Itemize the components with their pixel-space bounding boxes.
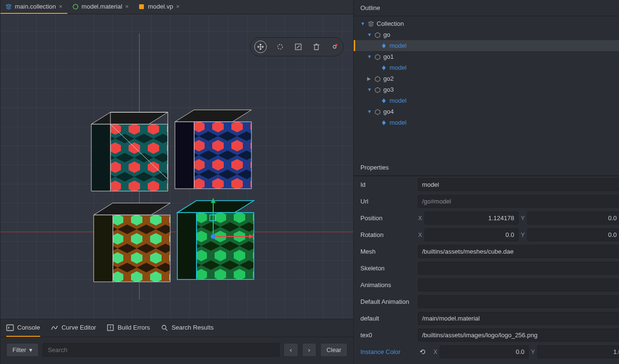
prop-rotation: Rotation X Y Z [354,226,619,243]
svg-point-36 [336,44,337,46]
tree-item-go3[interactable]: ▼ go3 [354,84,619,95]
prop-position: Position X Y Z [354,210,619,226]
tab-main-collection[interactable]: main.collection × [0,0,67,14]
scale-tool[interactable] [293,42,303,52]
prop-label: Mesh [360,248,413,255]
default-field[interactable] [418,312,619,325]
tree-item-go4[interactable]: ▼ go4 [354,106,619,117]
outline-header: Outline [354,0,619,16]
tab-label: Build Errors [118,324,150,331]
build-errors-tab[interactable]: Build Errors [107,320,150,337]
rotate-tool[interactable] [275,42,285,52]
close-icon[interactable]: × [59,3,63,10]
viewport-toolbar [250,37,344,56]
expand-icon[interactable]: ▼ [367,109,372,114]
position-y-field[interactable] [527,212,619,225]
y-label: Y [521,215,525,222]
tree-item-go-model[interactable]: model [354,40,619,51]
curve-editor-tab[interactable]: Curve Editor [51,320,96,337]
tab-label: main.collection [15,3,56,10]
reset-button[interactable] [418,347,428,357]
search-results-tab[interactable]: Search Results [161,320,214,337]
instance-color-x-field[interactable] [440,345,529,358]
delete-tool[interactable] [312,42,321,52]
prop-animations: Animations ⇥ ⋯ [354,277,619,293]
svg-rect-15 [110,124,168,191]
tab-model-vp[interactable]: model.vp × [133,0,184,14]
prop-label: Url [360,198,413,205]
search-input[interactable] [43,343,280,357]
id-field[interactable] [418,178,619,191]
gameobject-icon [374,54,381,60]
outline-tree: ▼ Collection ▼ go model ▼ go1 model [354,16,619,130]
filter-button[interactable]: Filter ▾ [6,343,39,357]
mesh-field[interactable] [418,245,619,258]
tex0-field[interactable] [418,329,619,342]
expand-icon[interactable]: ▼ [367,54,372,59]
material-icon [72,3,79,10]
y-label: Y [531,349,535,355]
tree-label: go2 [383,75,394,82]
cube-bottom-left[interactable] [94,203,170,282]
outline-panel: ▼ Collection ▼ go model ▼ go1 model [354,16,619,160]
svg-marker-20 [175,122,194,189]
rotation-x-field[interactable] [424,228,519,241]
prop-instance-color: Instance Color X Y Z [354,343,619,360]
expand-icon[interactable]: ▼ [367,87,372,92]
bottom-panel: Console Curve Editor Build Errors Search… [0,319,353,364]
prop-tex0: tex0 ⇥ ⋯ [354,327,619,343]
tab-model-material[interactable]: model.material × [67,0,134,14]
prop-label: Skeleton [360,265,413,272]
right-column: Outline ▼ Collection ▼ go model ▼ go1 [353,0,619,364]
svg-point-40 [110,329,111,330]
tab-label: model.material [82,3,122,10]
prev-button[interactable]: ‹ [283,343,298,357]
y-label: Y [521,232,525,238]
collection-icon [368,21,374,27]
prop-label: Instance Color [360,348,413,355]
prop-label: Position [360,214,413,222]
svg-rect-1 [139,4,144,9]
svg-marker-16 [91,124,110,191]
settings-tool[interactable] [330,42,339,52]
tree-item-go4-model[interactable]: model [354,117,619,128]
expand-icon[interactable]: ▶ [367,76,372,81]
gameobject-icon [374,86,381,93]
tree-item-go[interactable]: ▼ go [354,29,619,40]
svg-marker-24 [177,201,254,213]
console-tab[interactable]: Console [6,320,40,337]
tree-item-go1-model[interactable]: model [354,62,619,73]
tree-item-collection[interactable]: ▼ Collection [354,18,619,29]
tree-item-go2[interactable]: ▶ go2 [354,73,619,84]
viewport[interactable] [0,14,353,319]
tree-item-go1[interactable]: ▼ go1 [354,51,619,62]
tree-label: model [390,97,406,104]
skeleton-field[interactable] [418,262,619,275]
expand-icon[interactable]: ▼ [367,32,372,37]
close-icon[interactable]: × [176,3,180,10]
svg-rect-25 [196,213,254,279]
svg-point-31 [211,234,216,239]
cube-top-right[interactable] [175,110,251,189]
next-button[interactable]: › [302,343,316,357]
shader-icon [138,3,145,10]
default-animation-field[interactable] [418,295,619,308]
cube-top-left[interactable] [91,112,168,191]
instance-color-y-field[interactable] [537,345,619,358]
close-icon[interactable]: × [125,3,129,10]
gameobject-icon [374,108,381,115]
chevron-down-icon: ▾ [29,346,33,353]
move-tool[interactable] [254,41,267,53]
expand-icon[interactable]: ▼ [360,21,365,26]
animations-field[interactable] [418,278,619,291]
svg-point-0 [73,4,78,9]
tree-item-go3-model[interactable]: model [354,95,619,106]
position-x-field[interactable] [424,212,519,225]
collection-icon [5,3,12,10]
rotation-y-field[interactable] [527,228,619,241]
tree-label: Collection [377,20,404,27]
tree-label: go1 [383,53,394,60]
clear-button[interactable]: Clear [320,343,348,357]
prop-default-animation: Default Animation ▾ [354,293,619,310]
cube-bottom-right[interactable] [177,198,254,279]
